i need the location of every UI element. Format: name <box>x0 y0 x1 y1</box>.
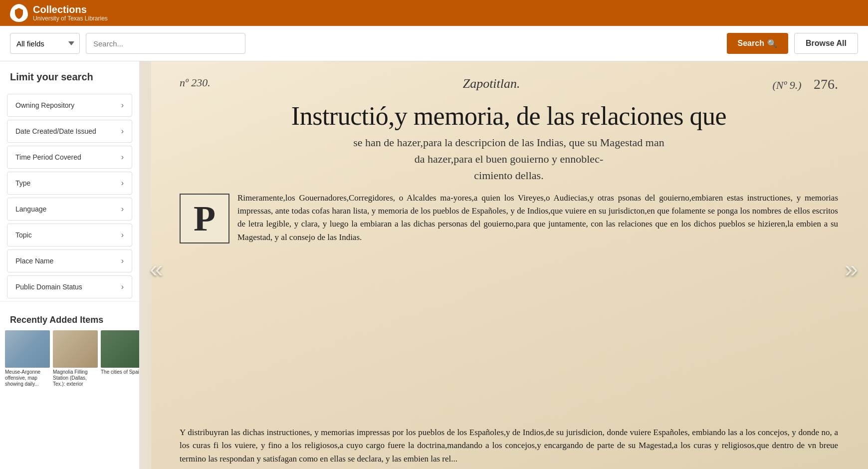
document-subtitle-line-2: da hazer,para el buen gouierno y ennoble… <box>180 151 838 167</box>
document-main-title: Instructió,y memoria, de las relaciones … <box>180 101 838 131</box>
document-paragraph-1: Rimeramente,los Gouernadores,Corregidore… <box>237 192 838 244</box>
document-full-text-2: Y distribuyran las dichas instructiones,… <box>180 426 838 466</box>
filter-date-created[interactable]: Date Created/Date Issued › <box>7 120 132 143</box>
ut-shield-icon <box>13 7 25 19</box>
site-header: Collections University of Texas Librarie… <box>0 0 868 26</box>
search-button[interactable]: Search 🔍 <box>727 33 788 54</box>
document-subtitle: se han de hazer,para la descripcion de l… <box>180 134 838 184</box>
logo-subtitle: University of Texas Libraries <box>33 15 108 22</box>
recently-added-section: Recently Added Items Meuse-Argonne offen… <box>0 301 139 387</box>
document-right-numbers: (Nº 9.) 276. <box>772 76 838 92</box>
filter-place-name[interactable]: Place Name › <box>7 249 132 272</box>
chevron-right-icon: › <box>121 101 124 110</box>
browse-all-label: Browse All <box>806 39 847 47</box>
document-page-number: 276. <box>814 76 838 92</box>
chevron-right-icon: › <box>121 205 124 214</box>
thumbnails-row: Meuse-Argonne offensive, map showing dai… <box>0 330 139 387</box>
filter-label-owning-repository: Owning Repository <box>15 101 74 109</box>
thumbnail-image-building <box>53 330 98 368</box>
chevron-right-icon: › <box>121 282 124 291</box>
search-bar-area: All fields Title Author Subject Descript… <box>0 26 868 61</box>
chevron-right-icon: › <box>121 231 124 239</box>
document-body-text-1: Rimeramente,los Gouernadores,Corregidore… <box>237 192 838 420</box>
search-icon: 🔍 <box>767 39 777 48</box>
document-header-line: nº 230. Zapotitlan. (Nº 9.) 276. <box>180 76 838 92</box>
filter-label-time-period: Time Period Covered <box>15 153 81 161</box>
filter-label-language: Language <box>15 205 46 213</box>
field-select[interactable]: All fields Title Author Subject Descript… <box>10 33 80 54</box>
logo-text-block: Collections University of Texas Librarie… <box>33 4 108 22</box>
recently-added-title: Recently Added Items <box>0 307 139 330</box>
thumbnail-label: The cities of Spain <box>101 369 139 375</box>
document-viewer: nº 230. Zapotitlan. (Nº 9.) 276. Instruc… <box>140 61 868 469</box>
filter-label-date-created: Date Created/Date Issued <box>15 127 96 135</box>
filter-label-type: Type <box>15 179 30 187</box>
nav-prev-button[interactable]: « <box>150 255 163 282</box>
chevron-right-icon: › <box>121 127 124 136</box>
logo-title: Collections <box>33 4 108 15</box>
logo: Collections University of Texas Librarie… <box>10 4 108 22</box>
limit-search-title: Limit your search <box>0 71 139 91</box>
nav-next-button[interactable]: » <box>845 255 858 282</box>
filter-type[interactable]: Type › <box>7 172 132 195</box>
filter-time-period[interactable]: Time Period Covered › <box>7 146 132 169</box>
document-body: P Rimeramente,los Gouernadores,Corregido… <box>180 192 838 420</box>
logo-shield <box>10 4 28 22</box>
chevron-right-icon: › <box>121 179 124 188</box>
document-number-left: nº 230. <box>180 76 211 89</box>
document-number-top-right: (Nº 9.) <box>772 79 801 91</box>
filter-language[interactable]: Language › <box>7 198 132 221</box>
browse-all-button[interactable]: Browse All <box>794 33 858 54</box>
document-content: nº 230. Zapotitlan. (Nº 9.) 276. Instruc… <box>140 61 868 469</box>
filter-owning-repository[interactable]: Owning Repository › <box>7 94 132 117</box>
thumbnail-item[interactable]: Meuse-Argonne offensive, map showing dai… <box>5 330 50 387</box>
filter-label-topic: Topic <box>15 231 32 239</box>
thumbnail-image-map <box>5 330 50 368</box>
document-subtitle-line-3: cimiento dellas. <box>180 167 838 184</box>
filter-public-domain[interactable]: Public Domain Status › <box>7 275 132 298</box>
document-initial-letter: P <box>192 199 217 238</box>
filter-label-place-name: Place Name <box>15 257 53 265</box>
chevron-right-icon: › <box>121 256 124 265</box>
sidebar: Limit your search Owning Repository › Da… <box>0 61 140 469</box>
thumbnail-item[interactable]: The cities of Spain <box>101 330 139 387</box>
search-button-label: Search <box>738 39 764 48</box>
thumbnail-label: Magnolia Filling Station (Dallas, Tex.):… <box>53 369 98 387</box>
document-title-center: Zapotitlan. <box>211 76 773 91</box>
thumbnail-item[interactable]: Magnolia Filling Station (Dallas, Tex.):… <box>53 330 98 387</box>
filter-topic[interactable]: Topic › <box>7 224 132 246</box>
document-initial-block: P <box>180 194 229 243</box>
thumbnail-image-cities <box>101 330 139 368</box>
document-subtitle-line-1: se han de hazer,para la descripcion de l… <box>180 134 838 151</box>
filter-label-public-domain: Public Domain Status <box>15 283 82 291</box>
search-input[interactable] <box>86 33 245 54</box>
thumbnail-label: Meuse-Argonne offensive, map showing dai… <box>5 369 50 387</box>
chevron-right-icon: › <box>121 153 124 162</box>
main-layout: Limit your search Owning Repository › Da… <box>0 61 868 469</box>
